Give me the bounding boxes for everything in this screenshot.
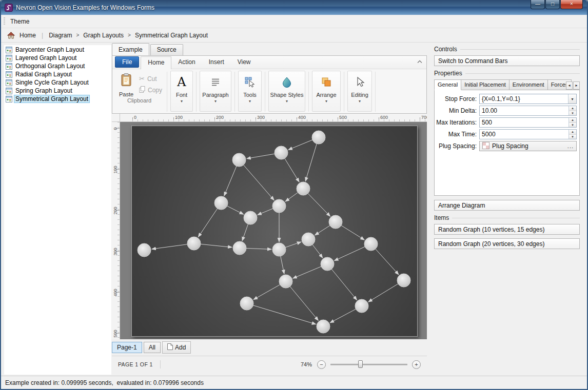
graph-edge [227, 206, 244, 214]
ribbon-tab-action[interactable]: Action [171, 56, 202, 69]
drawing-canvas[interactable] [120, 122, 427, 339]
max-iterations-spinner[interactable]: 500 ▲ ▼ [479, 117, 577, 128]
max-time-value: 5000 [480, 131, 569, 138]
tab-scroll-right-icon[interactable]: ▸ [573, 81, 580, 90]
graph-node[interactable] [244, 211, 257, 224]
copy-button[interactable]: Copy [139, 86, 162, 94]
zoom-in-button[interactable]: + [412, 360, 421, 369]
example-icon [6, 96, 12, 102]
sidebar-item-radial-graph-layout[interactable]: Radial Graph Layout [4, 70, 111, 78]
collapse-ribbon-icon[interactable] [417, 60, 422, 64]
tab-general[interactable]: General [434, 79, 461, 90]
tab-scroll-left-icon[interactable]: ◂ [566, 81, 573, 90]
graph-node[interactable] [321, 257, 334, 271]
random-graph-10-button[interactable]: Random Graph (10 vertices, 15 edges) [434, 224, 580, 235]
sidebar-item-spring-graph-layout[interactable]: Spring Graph Layout [4, 87, 111, 95]
breadcrumb-graph-layouts[interactable]: Graph Layouts [81, 32, 126, 39]
spin-up-icon[interactable]: ▲ [569, 130, 576, 135]
graph-node[interactable] [232, 153, 246, 167]
titlebar[interactable]: Nevron Open Vision Examples for Windows … [1, 0, 587, 15]
sidebar-item-layered-graph-layout[interactable]: Layered Graph Layout [4, 54, 111, 62]
page-tab-page1[interactable]: Page-1 [112, 342, 142, 353]
tab-environment[interactable]: Environment [509, 79, 548, 90]
shape-styles-button[interactable]: Shape Styles ▾ [268, 71, 305, 112]
ruler-number: 0 [134, 115, 136, 120]
switch-button-label: Switch to Command Bars [438, 57, 507, 65]
zoom-slider-thumb[interactable] [358, 360, 363, 368]
controls-group-label: Controls [434, 46, 457, 53]
spin-down-icon[interactable]: ▼ [569, 111, 576, 116]
items-group-header: Items [434, 214, 580, 221]
ribbon-tab-home[interactable]: Home [141, 56, 171, 69]
tab-example[interactable]: Example [112, 43, 149, 55]
minimize-button[interactable]: — [531, 0, 545, 9]
sidebar-item-orthogonal-graph-layout[interactable]: Orthogonal Graph Layout [4, 62, 111, 70]
graph-node[interactable] [214, 196, 228, 210]
add-page-tab[interactable]: Add [162, 341, 191, 354]
min-delta-spinner[interactable]: 10.00 ▲ ▼ [479, 106, 577, 116]
graph-node[interactable] [187, 237, 201, 250]
paragraph-button[interactable]: Paragraph ▾ [200, 71, 231, 112]
sidebar-item-symmetrical-graph-layout[interactable]: Symmetrical Graph Layout [4, 95, 111, 103]
spin-down-icon[interactable]: ▼ [569, 135, 576, 139]
combo-dropdown-icon[interactable]: ▾ [568, 94, 576, 104]
diagram-page[interactable] [131, 126, 418, 337]
graph-node[interactable] [355, 299, 368, 313]
tab-source[interactable]: Source [150, 44, 183, 55]
arrange-button-ribbon[interactable]: Arrange ▾ [312, 71, 341, 112]
stop-force-combobox[interactable]: {X=0.1,Y=0.1} ▾ [479, 94, 577, 104]
sidebar-item-barycenter-graph-layout[interactable]: Barycenter Graph Layout [4, 46, 111, 54]
graph-node[interactable] [302, 233, 315, 246]
breadcrumb-current[interactable]: Symmetrical Graph Layout [132, 32, 210, 39]
graph-node[interactable] [364, 237, 378, 251]
max-iterations-label: Max Iterations: [436, 119, 479, 126]
graph-node[interactable] [138, 243, 151, 257]
max-time-spinner[interactable]: 5000 ▲ ▼ [479, 129, 577, 139]
graph-node[interactable] [312, 131, 325, 144]
graph-node[interactable] [329, 215, 342, 229]
font-button[interactable]: A Font ▾ [170, 71, 193, 112]
tools-button[interactable]: Tools ▾ [238, 71, 262, 112]
graph-edge [341, 225, 364, 240]
window-title: Nevron Open Vision Examples for Windows … [16, 4, 154, 11]
switch-to-command-bars-button[interactable]: Switch to Command Bars [434, 55, 580, 66]
graph-node[interactable] [297, 182, 310, 195]
spin-down-icon[interactable]: ▼ [569, 123, 576, 128]
graph-node[interactable] [317, 320, 330, 333]
graph-node[interactable] [272, 243, 286, 256]
ruler-number: 100 [175, 115, 183, 120]
clipboard-group: Paste ✂ Cut Copy Clipboard [113, 71, 165, 105]
close-button[interactable]: × [560, 0, 583, 9]
page-tab-all[interactable]: All [144, 342, 161, 353]
group-separator [265, 72, 265, 112]
graph-node[interactable] [272, 199, 286, 213]
paste-button[interactable]: Paste [114, 71, 138, 97]
zoom-out-button[interactable]: − [317, 360, 326, 369]
spin-up-icon[interactable]: ▲ [569, 118, 576, 123]
menu-theme[interactable]: Theme [5, 18, 34, 25]
graph-node[interactable] [397, 274, 410, 287]
maximize-button[interactable]: □ [545, 0, 560, 9]
ribbon-file-button[interactable]: File [115, 56, 139, 68]
zoom-slider[interactable] [330, 360, 407, 369]
graph-node[interactable] [233, 241, 246, 255]
breadcrumb-diagram[interactable]: Diagram [46, 32, 74, 39]
plug-spacing-label: Plug Spacing: [436, 142, 479, 150]
graph-node[interactable] [240, 297, 253, 310]
graph-node[interactable] [275, 146, 288, 159]
sidebar-item-single-cycle-graph-layout[interactable]: Single Cycle Graph Layout [4, 78, 111, 87]
graph-edge [331, 269, 357, 300]
tab-initial-placement[interactable]: Initial Placement [461, 79, 509, 90]
ribbon-tab-insert[interactable]: Insert [202, 56, 231, 69]
spin-up-icon[interactable]: ▲ [569, 106, 576, 111]
plug-spacing-control[interactable]: Plug Spacing ... [479, 141, 577, 151]
editing-button[interactable]: Editing ▾ [347, 71, 372, 112]
graph-node[interactable] [279, 275, 292, 288]
ribbon-tab-view[interactable]: View [231, 56, 258, 69]
arrange-diagram-button[interactable]: Arrange Diagram [434, 200, 580, 211]
cut-button[interactable]: ✂ Cut [139, 75, 162, 83]
dropdown-icon: ▾ [214, 99, 217, 103]
plug-spacing-more-button[interactable]: ... [567, 143, 574, 149]
random-graph-20-button[interactable]: Random Graph (20 vertices, 30 edges) [434, 238, 580, 249]
breadcrumb-home[interactable]: Home [17, 32, 38, 39]
